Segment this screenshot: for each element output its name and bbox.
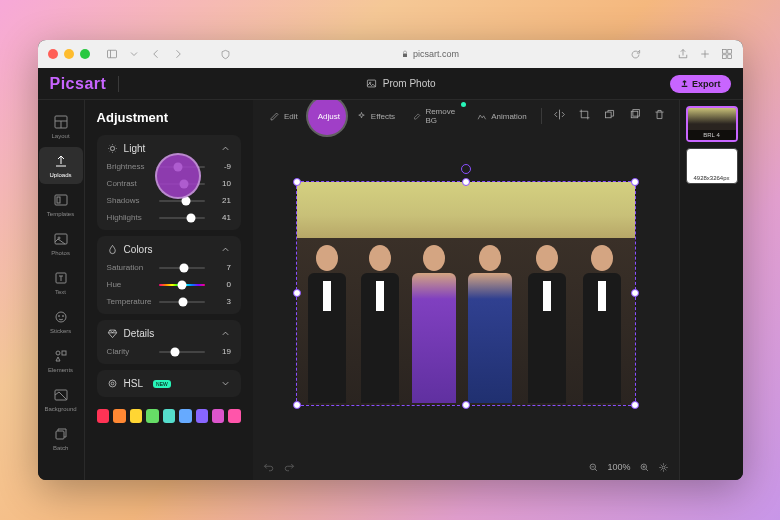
crop-button[interactable] (573, 102, 596, 130)
resize-handle-tm[interactable] (462, 178, 470, 186)
sidebar-item-layout[interactable]: Layout (39, 108, 83, 145)
separator (541, 108, 542, 124)
document-title[interactable]: Prom Photo (131, 78, 670, 89)
url-bar[interactable]: picsart.com (237, 49, 624, 59)
swatch-blue[interactable] (179, 409, 191, 423)
effects-button[interactable]: Effects (348, 106, 403, 127)
resize-handle-mr[interactable] (631, 289, 639, 297)
swatch-orange[interactable] (113, 409, 125, 423)
plus-icon[interactable] (699, 48, 711, 60)
sidebar-item-background[interactable]: Background (39, 381, 83, 418)
swatch-magenta[interactable] (212, 409, 224, 423)
edit-button[interactable]: Edit (261, 106, 306, 127)
saturation-slider[interactable]: Saturation7 (107, 263, 231, 272)
minimize-window-icon[interactable] (64, 49, 74, 59)
maximize-window-icon[interactable] (80, 49, 90, 59)
sun-icon (107, 143, 118, 154)
sidebar-item-uploads[interactable]: Uploads (39, 147, 83, 184)
flip-button[interactable] (548, 102, 571, 130)
svg-point-20 (56, 351, 60, 355)
sidebar-toggle-icon[interactable] (106, 48, 118, 60)
svg-rect-5 (722, 55, 726, 59)
clarity-slider[interactable]: Clarity19 (107, 347, 231, 356)
stickers-icon (53, 309, 69, 325)
redo-icon[interactable] (283, 461, 295, 473)
undo-icon[interactable] (263, 461, 275, 473)
sidebar-item-text[interactable]: Text (39, 264, 83, 301)
swatch-green[interactable] (146, 409, 158, 423)
remove-bg-button[interactable]: Remove BG (405, 102, 466, 130)
logo[interactable]: Picsart (50, 75, 107, 93)
zoom-level[interactable]: 100% (607, 462, 630, 472)
tutorial-highlight-icon (155, 153, 201, 199)
temperature-slider[interactable]: Temperature3 (107, 297, 231, 306)
layers-button[interactable] (598, 102, 621, 130)
resize-handle-tl[interactable] (293, 178, 301, 186)
elements-icon (53, 348, 69, 364)
swatch-purple[interactable] (196, 409, 208, 423)
sidebar-item-elements[interactable]: Elements (39, 342, 83, 379)
eraser-icon (413, 111, 421, 122)
thumbnail-2[interactable]: 4928x3264px (686, 148, 738, 184)
hue-slider[interactable]: Hue0 (107, 280, 231, 289)
swatch-pink[interactable] (228, 409, 240, 423)
tabs-icon[interactable] (721, 48, 733, 60)
image-icon (366, 78, 377, 89)
details-header[interactable]: Details (107, 328, 231, 339)
svg-point-24 (110, 146, 114, 150)
swatch-teal[interactable] (163, 409, 175, 423)
chevron-up-icon (220, 244, 231, 255)
adjust-button[interactable]: Adjust (308, 100, 346, 135)
duplicate-icon (628, 108, 641, 121)
layers-icon (603, 108, 616, 121)
chevron-down-icon[interactable] (128, 48, 140, 60)
resize-handle-br[interactable] (631, 401, 639, 409)
settings-icon[interactable] (658, 462, 669, 473)
canvas[interactable] (253, 132, 678, 454)
resize-handle-tr[interactable] (631, 178, 639, 186)
rotate-handle[interactable] (461, 164, 471, 174)
refresh-icon[interactable] (630, 49, 641, 60)
zoom-out-icon[interactable] (588, 462, 599, 473)
swatch-yellow[interactable] (130, 409, 142, 423)
batch-icon (53, 426, 69, 442)
colors-header[interactable]: Colors (107, 244, 231, 255)
chevron-up-icon (220, 328, 231, 339)
svg-rect-32 (632, 110, 639, 117)
share-icon[interactable] (677, 48, 689, 60)
thumbnail-1[interactable]: BRL 4 (686, 106, 738, 142)
svg-point-35 (662, 466, 665, 469)
shield-icon[interactable] (220, 49, 231, 60)
app-header: Picsart Prom Photo Export (38, 68, 743, 100)
hsl-header[interactable]: HSL NEW (107, 378, 231, 389)
edit-icon (269, 111, 280, 122)
browser-titlebar: picsart.com (38, 40, 743, 68)
sidebar-item-photos[interactable]: Photos (39, 225, 83, 262)
duplicate-button[interactable] (623, 102, 646, 130)
svg-rect-14 (55, 234, 67, 244)
swatch-red[interactable] (97, 409, 109, 423)
resize-handle-bl[interactable] (293, 401, 301, 409)
history-controls (263, 461, 295, 473)
forward-icon[interactable] (172, 48, 184, 60)
sidebar-item-batch[interactable]: Batch (39, 420, 83, 457)
new-indicator-icon (461, 102, 466, 107)
export-button[interactable]: Export (670, 75, 731, 93)
resize-handle-bm[interactable] (462, 401, 470, 409)
selected-image[interactable] (296, 181, 636, 406)
zoom-in-icon[interactable] (639, 462, 650, 473)
delete-button[interactable] (648, 102, 671, 130)
thumbnails-panel: BRL 4 4928x3264px (679, 100, 743, 480)
effects-icon (356, 111, 367, 122)
svg-rect-3 (722, 50, 726, 54)
animation-button[interactable]: Animation (468, 106, 535, 127)
highlights-slider[interactable]: Highlights41 (107, 213, 231, 222)
layout-icon (53, 114, 69, 130)
back-icon[interactable] (150, 48, 162, 60)
sidebar-item-stickers[interactable]: Stickers (39, 303, 83, 340)
resize-handle-ml[interactable] (293, 289, 301, 297)
light-header[interactable]: Light (107, 143, 231, 154)
close-window-icon[interactable] (48, 49, 58, 59)
sidebar-item-templates[interactable]: Templates (39, 186, 83, 223)
uploads-icon (53, 153, 69, 169)
